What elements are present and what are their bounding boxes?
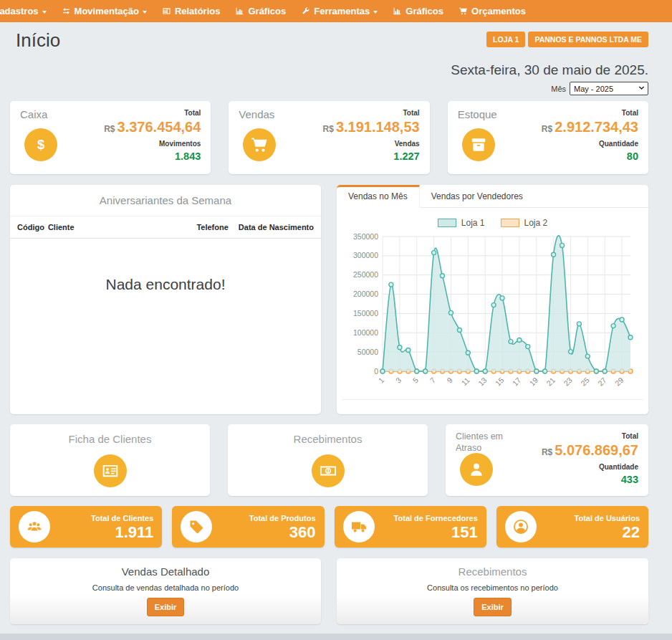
nav-item-label: Gráficos bbox=[248, 6, 286, 16]
total-label: Total bbox=[323, 108, 420, 118]
svg-text:27: 27 bbox=[595, 376, 608, 388]
svg-text:100000: 100000 bbox=[352, 328, 378, 337]
svg-text:200000: 200000 bbox=[352, 290, 378, 298]
ficha-de-clientes-card[interactable]: Ficha de Clientes bbox=[10, 424, 210, 496]
svg-text:19: 19 bbox=[527, 376, 539, 388]
caixa-card: Caixa $ Total R$3.376.454,64 Movimentos … bbox=[10, 101, 211, 174]
count-label: Quantidade bbox=[542, 138, 638, 149]
card-values: Total R$3.376.454,64 Movimentos 1.843 bbox=[104, 108, 201, 164]
svg-text:11: 11 bbox=[459, 376, 471, 387]
tab-vendas-no-mes[interactable]: Vendas no Mês bbox=[337, 185, 420, 208]
birthdays-panel: Aniversariantes da Semana Código Cliente… bbox=[10, 185, 321, 414]
svg-text:15: 15 bbox=[493, 376, 505, 388]
nav-item-graficos-1[interactable]: Gráficos bbox=[235, 6, 286, 16]
total-produtos-card: Total de Produtos 360 bbox=[172, 506, 324, 548]
panel-footer-divider bbox=[342, 399, 643, 412]
actions-row: Ficha de Clientes Recebimentos Clientes … bbox=[10, 424, 648, 496]
total-value: R$3.376.454,64 bbox=[104, 118, 201, 138]
currency-symbol: R$ bbox=[323, 124, 334, 134]
card-title: Recebimentos bbox=[236, 433, 419, 445]
page-header: Início LOJA 1 PANNOS E PANNOS LTDA ME Se… bbox=[0, 22, 672, 95]
legend-item: Loja 2 bbox=[501, 218, 548, 228]
caret-down-icon bbox=[143, 11, 147, 14]
box-icon bbox=[462, 128, 495, 161]
stat-value: 1.911 bbox=[91, 524, 153, 541]
count-label: Quantidade bbox=[542, 462, 638, 472]
top-navbar: Cadastros Movimentação Relatórios Gráfic… bbox=[0, 0, 672, 22]
count-value: 80 bbox=[542, 149, 638, 164]
nav-item-label: Gráficos bbox=[405, 6, 443, 16]
sales-chart-panel: Vendas no Mês Vendas por Vendedores Loja… bbox=[337, 185, 648, 414]
bar-chart-icon bbox=[235, 6, 244, 16]
clientes-em-atraso-card: Clientes em Atraso Total R$5.076.869,67 … bbox=[446, 424, 648, 496]
count-label: Movimentos bbox=[104, 138, 201, 149]
card-values: Total R$2.912.734,43 Quantidade 80 bbox=[542, 108, 638, 164]
caret-down-icon bbox=[42, 11, 47, 14]
total-label: Total bbox=[542, 108, 638, 118]
nav-item-orcamentos[interactable]: Orçamentos bbox=[459, 6, 526, 16]
svg-text:23: 23 bbox=[562, 376, 574, 388]
legend-label: Loja 2 bbox=[524, 218, 548, 228]
svg-text:250000: 250000 bbox=[352, 270, 378, 279]
svg-text:5: 5 bbox=[411, 376, 420, 385]
svg-text:1: 1 bbox=[376, 376, 385, 385]
total-fornecedores-card: Total de Fornecedores 151 bbox=[335, 506, 486, 548]
exibir-vendas-button[interactable]: Exibir bbox=[147, 598, 185, 616]
stat-value: 22 bbox=[575, 524, 640, 541]
dashboard-page: Cadastros Movimentação Relatórios Gráfic… bbox=[0, 0, 672, 640]
total-clientes-card: Total de Clientes 1.911 bbox=[10, 506, 162, 548]
month-select[interactable]: May - 2025 bbox=[570, 82, 648, 95]
table-header-row: Código Cliente Telefone Data de Nascimen… bbox=[10, 216, 321, 239]
svg-text:300000: 300000 bbox=[352, 251, 378, 259]
svg-text:150000: 150000 bbox=[352, 309, 378, 317]
nav-item-ferramentas[interactable]: Ferramentas bbox=[301, 6, 378, 16]
nav-item-cadastros[interactable]: Cadastros bbox=[0, 6, 47, 16]
nav-item-relatorios[interactable]: Relatórios bbox=[162, 6, 221, 16]
svg-text:9: 9 bbox=[445, 376, 454, 385]
stat-label: Total de Produtos bbox=[249, 513, 316, 524]
month-label: Mês bbox=[551, 85, 566, 93]
wrench-icon bbox=[301, 6, 310, 16]
svg-text:21: 21 bbox=[544, 376, 557, 388]
truck-icon bbox=[343, 511, 375, 543]
month-select-wrap: May - 2025 bbox=[570, 82, 648, 96]
currency-symbol: R$ bbox=[542, 447, 552, 457]
count-value: 1.227 bbox=[323, 149, 420, 164]
svg-text:3: 3 bbox=[393, 376, 403, 385]
report-icon bbox=[162, 6, 171, 16]
nav-item-label: Movimentação bbox=[75, 6, 139, 16]
count-value: 433 bbox=[542, 472, 638, 487]
total-label: Total bbox=[542, 431, 638, 441]
store-button[interactable]: LOJA 1 bbox=[486, 32, 525, 47]
reports-row: Vendas Detalhado Consulta de vendas deta… bbox=[10, 558, 648, 624]
month-filter: Mês May - 2025 bbox=[16, 82, 648, 95]
svg-text:0: 0 bbox=[374, 367, 378, 376]
nav-item-movimentacao[interactable]: Movimentação bbox=[62, 6, 147, 16]
empty-message: Nada encontrado! bbox=[10, 276, 321, 293]
cart-icon bbox=[459, 6, 468, 16]
svg-text:29: 29 bbox=[613, 376, 625, 388]
current-date: Sexta-feira, 30 de maio de 2025. bbox=[16, 62, 648, 78]
svg-text:7: 7 bbox=[428, 376, 437, 385]
cart-icon bbox=[243, 128, 276, 161]
main-content: Caixa $ Total R$3.376.454,64 Movimentos … bbox=[0, 95, 672, 624]
recebimentos-report-card: Recebimentos Consulta os recebimentos no… bbox=[337, 558, 648, 624]
recebimentos-card[interactable]: Recebimentos bbox=[228, 424, 428, 496]
total-value: R$5.076.869,67 bbox=[542, 441, 638, 462]
stat-value: 151 bbox=[394, 524, 478, 541]
svg-text:25: 25 bbox=[579, 376, 591, 388]
dollar-icon: $ bbox=[24, 128, 57, 161]
report-description: Consulta de vendas detalhada no período bbox=[17, 583, 314, 592]
nav-item-graficos-2[interactable]: Gráficos bbox=[393, 6, 443, 16]
tab-vendas-por-vendedores[interactable]: Vendas por Vendedores bbox=[420, 185, 534, 207]
exibir-recebimentos-button[interactable]: Exibir bbox=[474, 598, 512, 616]
legend-label: Loja 1 bbox=[461, 218, 485, 228]
company-button[interactable]: PANNOS E PANNOS LTDA ME bbox=[528, 32, 648, 47]
legend-swatch bbox=[501, 219, 519, 227]
column-data-nascimento: Data de Nascimento bbox=[239, 223, 314, 231]
banknote-icon bbox=[312, 454, 345, 487]
column-codigo: Código bbox=[17, 223, 44, 231]
user-circle-icon bbox=[505, 511, 537, 543]
report-title: Vendas Detalhado bbox=[17, 565, 314, 578]
nav-item-label: Relatórios bbox=[175, 6, 221, 16]
